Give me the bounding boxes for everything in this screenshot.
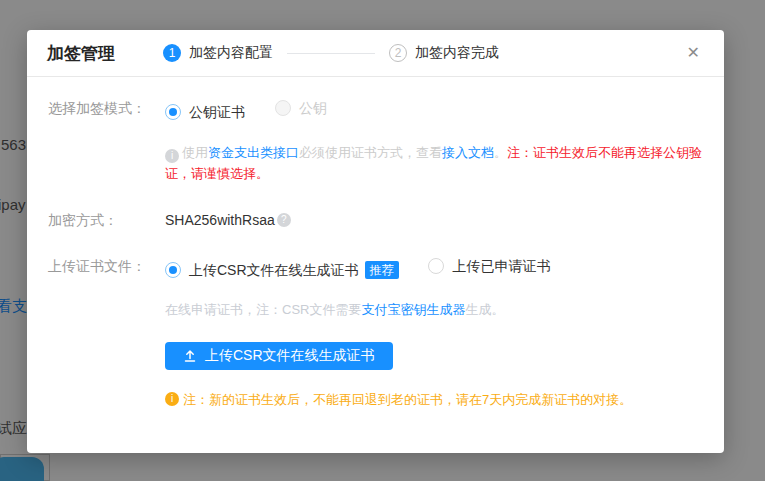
step-2-label: 加签内容完成 [415, 44, 499, 62]
warning-icon: i [165, 392, 179, 406]
radio-upload-existing[interactable]: 上传已申请证书 [428, 256, 550, 276]
hint-prefix: 使用 [182, 145, 208, 160]
radio-public-key[interactable]: 公钥 [275, 98, 327, 118]
encrypt-mode-label: 加密方式： [48, 210, 165, 230]
upload-csr-button-label: 上传CSR文件在线生成证书 [205, 347, 375, 365]
radio-csr-generate[interactable]: 上传CSR文件在线生成证书 推荐 [165, 260, 399, 280]
step-1-label: 加签内容配置 [189, 44, 273, 62]
encrypt-mode-value: SHA256withRsaa [165, 210, 275, 230]
radio-public-key-cert-label: 公钥证书 [189, 102, 245, 122]
upload-icon [183, 349, 197, 363]
hint-period: 。 [494, 145, 507, 160]
csr-note: 在线申请证书，注：CSR文件需要支付宝密钥生成器生成。 [165, 300, 704, 320]
note-suffix: 生成。 [465, 302, 504, 317]
radio-selected-icon [165, 104, 181, 120]
radio-selected-icon [165, 262, 181, 278]
signature-management-modal: 加签管理 1 加签内容配置 2 加签内容完成 ✕ 选择加签模式： 公钥证书 公钥 [27, 30, 724, 453]
encrypt-mode-row: 加密方式： SHA256withRsaa ? [48, 210, 704, 230]
upload-cert-row: 上传证书文件： 上传CSR文件在线生成证书 推荐 上传已申请证书 在线申请证书，… [48, 256, 704, 410]
sign-mode-hint: i使用资金支出类接口必须使用证书方式，查看接入文档。注：证书生效后不能再选择公钥… [165, 142, 704, 184]
help-icon[interactable]: ? [277, 213, 291, 227]
hint-middle: 必须使用证书方式，查看 [299, 145, 442, 160]
step-connector-line [287, 53, 375, 54]
sign-mode-label: 选择加签模式： [48, 98, 165, 118]
radio-public-key-label: 公钥 [299, 98, 327, 118]
note-prefix: 在线申请证书，注：CSR文件需要 [165, 302, 361, 317]
funds-api-link[interactable]: 资金支出类接口 [208, 145, 299, 160]
keygen-tool-link[interactable]: 支付宝密钥生成器 [361, 302, 465, 317]
modal-header: 加签管理 1 加签内容配置 2 加签内容完成 ✕ [27, 30, 724, 77]
cert-switch-warning-text: 注：新的证书生效后，不能再回退到老的证书，请在7天内完成新证书的对接。 [183, 390, 632, 410]
radio-unselected-icon [428, 258, 444, 274]
upload-csr-button[interactable]: 上传CSR文件在线生成证书 [165, 342, 393, 370]
upload-cert-label: 上传证书文件： [48, 256, 165, 276]
step-2: 2 加签内容完成 [389, 44, 499, 62]
radio-upload-existing-label: 上传已申请证书 [452, 256, 550, 276]
docs-link[interactable]: 接入文档 [442, 145, 494, 160]
info-icon: i [165, 149, 179, 163]
modal-title: 加签管理 [47, 42, 115, 65]
step-1: 1 加签内容配置 [163, 44, 273, 62]
close-icon[interactable]: ✕ [683, 41, 704, 65]
step-2-number-badge: 2 [389, 44, 407, 62]
radio-csr-generate-label: 上传CSR文件在线生成证书 [189, 260, 359, 280]
modal-body: 选择加签模式： 公钥证书 公钥 i使用资金支出类接口必须使用证书方式，查看接入文… [27, 77, 724, 410]
step-1-number-badge: 1 [163, 44, 181, 62]
cert-switch-warning: i 注：新的证书生效后，不能再回退到老的证书，请在7天内完成新证书的对接。 [165, 390, 704, 410]
radio-public-key-cert[interactable]: 公钥证书 [165, 102, 245, 122]
sign-mode-row: 选择加签模式： 公钥证书 公钥 i使用资金支出类接口必须使用证书方式，查看接入文… [48, 98, 704, 210]
recommended-badge: 推荐 [365, 261, 399, 279]
radio-disabled-icon [275, 100, 291, 116]
